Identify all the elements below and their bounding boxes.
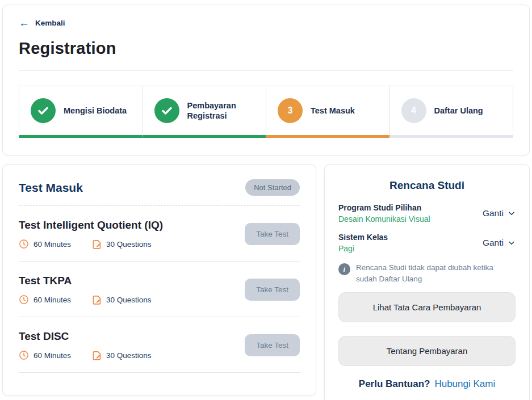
rencana-studi-card: Rencana Studi Program Studi Pilihan Desa…	[324, 164, 530, 400]
test-masuk-card: Test Masuk Not Started Test Intelligent …	[2, 164, 316, 396]
study-plan-title: Rencana Studi	[338, 179, 516, 192]
registration-header-card: ← Kembali Registration Mengisi Biodata P…	[2, 5, 530, 155]
page-title: Registration	[19, 39, 513, 58]
clock-icon	[19, 294, 29, 305]
field-value: Desain Komunikasi Visual	[338, 214, 430, 224]
clock-icon	[19, 239, 29, 249]
field-program-studi: Program Studi Pilihan Desain Komunikasi …	[338, 203, 516, 224]
step-pembayaran-registrasi[interactable]: Pembayaran Registrasi	[143, 86, 267, 138]
test-duration: 60 Minutes	[19, 350, 71, 360]
page: ← Kembali Registration Mengisi Biodata P…	[0, 0, 532, 400]
questions-doc-icon	[93, 295, 102, 305]
back-arrow-icon: ←	[19, 18, 30, 28]
step-number: 3	[278, 98, 303, 123]
check-icon	[31, 98, 56, 123]
step-test-masuk[interactable]: 3 Test Masuk	[266, 86, 390, 138]
test-questions: 30 Questions	[93, 351, 152, 360]
status-badge: Not Started	[245, 179, 300, 196]
test-item-tkpa: Test TKPA 60 Minutes 30 Questions Take T…	[19, 262, 300, 317]
test-item-disc: Test DISC 60 Minutes 30 Questions Take T…	[19, 317, 300, 372]
chevron-down-icon	[508, 209, 516, 217]
take-test-button[interactable]: Take Test	[245, 223, 300, 245]
field-label: Program Studi Pilihan	[338, 203, 430, 212]
back-label: Kembali	[35, 19, 65, 27]
step-number: 4	[401, 98, 426, 123]
ganti-kelas-dropdown[interactable]: Ganti	[483, 238, 516, 248]
tentang-pembayaran-button[interactable]: Tentang Pembayaran	[338, 336, 516, 366]
hubungi-kami-link[interactable]: Hubungi Kami	[434, 378, 495, 389]
take-test-button[interactable]: Take Test	[245, 334, 300, 356]
field-sistem-kelas: Sistem Kelas Pagi Ganti	[338, 233, 516, 253]
clock-icon	[19, 350, 29, 360]
stepper: Mengisi Biodata Pembayaran Registrasi 3 …	[19, 86, 513, 138]
back-link[interactable]: ← Kembali	[19, 18, 65, 28]
step-label: Pembayaran Registrasi	[187, 100, 262, 121]
study-plan-note: i Rencana Studi tidak dapat diubah ketik…	[338, 262, 516, 284]
test-duration: 60 Minutes	[19, 239, 71, 249]
test-name: Test TKPA	[19, 275, 152, 287]
step-label: Test Masuk	[311, 106, 355, 116]
chevron-down-icon	[508, 239, 516, 247]
questions-doc-icon	[93, 351, 102, 360]
step-label: Daftar Ulang	[434, 106, 483, 116]
test-card-title: Test Masuk	[19, 181, 83, 195]
test-questions: 30 Questions	[93, 295, 152, 305]
field-value: Pagi	[338, 244, 388, 253]
take-test-button[interactable]: Take Test	[245, 279, 300, 301]
test-duration: 60 Minutes	[19, 294, 71, 305]
lihat-tata-cara-pembayaran-button[interactable]: Lihat Tata Cara Pembayaran	[338, 292, 516, 322]
help-question: Perlu Bantuan?	[359, 378, 430, 389]
questions-doc-icon	[93, 239, 102, 249]
test-item-iq: Test Intelligent Quotient (IQ) 60 Minute…	[19, 206, 300, 261]
test-questions: 30 Questions	[93, 239, 152, 249]
step-daftar-ulang[interactable]: 4 Daftar Ulang	[389, 86, 514, 138]
field-label: Sistem Kelas	[338, 233, 388, 242]
ganti-program-dropdown[interactable]: Ganti	[483, 208, 516, 218]
test-name: Test DISC	[19, 330, 152, 343]
test-card-header: Test Masuk Not Started	[19, 179, 300, 196]
info-icon: i	[338, 263, 350, 275]
header-divider	[19, 70, 513, 71]
step-label: Mengisi Biodata	[64, 106, 127, 116]
check-icon	[154, 98, 179, 123]
step-mengisi-biodata[interactable]: Mengisi Biodata	[19, 86, 143, 138]
note-text: Rencana Studi tidak dapat diubah ketika …	[356, 262, 516, 284]
test-name: Test Intelligent Quotient (IQ)	[19, 219, 163, 231]
help-row: Perlu Bantuan?Hubungi Kami	[338, 378, 516, 390]
